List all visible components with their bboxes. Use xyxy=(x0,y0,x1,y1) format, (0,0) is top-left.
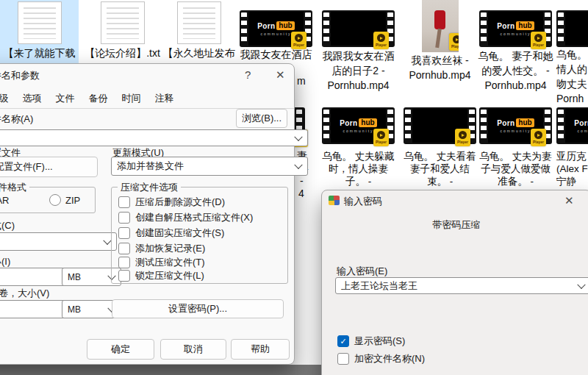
checkbox-icon xyxy=(118,212,130,224)
file-name: (Alex Fe xyxy=(553,162,588,175)
video-thumbnail: Pornhub community Player xyxy=(322,107,395,144)
file-tile[interactable]: 乌龟。 情人的 吻丈夫 Pornh xyxy=(553,0,588,103)
tab-backup[interactable]: 备份 xyxy=(82,89,115,108)
ok-button[interactable]: 确定 xyxy=(87,339,154,360)
file-name: Pornhub.mp4 xyxy=(319,78,398,93)
player-badge-icon: Player xyxy=(531,32,546,49)
checkbox-icon xyxy=(118,227,130,239)
archive-format-group-label: 压缩文件格式 xyxy=(0,181,29,194)
archive-name-combobox[interactable] xyxy=(0,129,308,146)
file-name: 的爱人性交。 - xyxy=(476,63,555,78)
checkbox-checked-icon: ✓ xyxy=(337,335,349,347)
split-volumes-label: 切分为卷，大小(V) xyxy=(0,287,49,300)
close-icon[interactable]: ✕ xyxy=(276,68,285,82)
file-tile[interactable]: Pornhub community Player 乌龟。 丈夫为妻 子与爱人做爱… xyxy=(476,107,555,190)
pornhub-logo: Pornhub xyxy=(340,118,376,127)
format-zip-radio[interactable]: ZIP xyxy=(49,194,80,206)
browse-button[interactable]: 浏览(B)... xyxy=(236,109,287,128)
video-thumbnail: Player xyxy=(404,107,476,144)
player-badge-icon: Player xyxy=(373,32,389,49)
winrar-icon xyxy=(329,196,340,205)
enter-password-label: 输入密码(E) xyxy=(337,265,387,278)
option-sfx-checkbox[interactable]: 创建自解压格式压缩文件(X) xyxy=(118,211,253,224)
file-name: 子与爱人做爱做 xyxy=(476,162,555,175)
video-thumbnail: Pornhub community xyxy=(556,107,588,144)
file-tile[interactable]: Pornhub community Player 乌龟。 丈夫躲藏 时，情人操妻… xyxy=(319,107,398,190)
video-thumbnail: Pornhub community Player xyxy=(479,107,552,144)
archive-format-group: 压缩文件格式 xyxy=(0,187,96,213)
pornhub-logo: Pornhub xyxy=(497,118,534,127)
player-badge-icon: Player xyxy=(373,129,389,146)
file-name: 我跟女友在酒店 xyxy=(237,47,315,62)
format-rar-radio[interactable]: RAR xyxy=(0,194,9,206)
file-name: 束。 - xyxy=(401,175,479,188)
chevron-down-icon xyxy=(294,132,302,140)
file-tile[interactable]: Pornhub community Player 乌龟。 妻子和她 的爱人性交。… xyxy=(476,0,555,103)
text-file-icon xyxy=(18,1,62,44)
checkbox-icon xyxy=(118,243,130,254)
encrypt-file-names-checkbox[interactable]: 加密文件名称(N) xyxy=(337,352,425,365)
file-name: Pornhub.mp4 xyxy=(401,68,479,82)
file-name: 宁静 xyxy=(553,175,588,188)
tab-advanced[interactable]: 高级 xyxy=(0,89,15,108)
file-name-fragment: - xyxy=(300,175,304,188)
checkbox-icon xyxy=(337,353,349,365)
file-tile[interactable]: Player 妻 事 - 4 xyxy=(291,107,318,190)
checkbox-icon xyxy=(118,270,130,282)
set-password-button[interactable]: 设置密码(P)... xyxy=(112,299,284,318)
text-file-icon xyxy=(177,1,221,44)
player-badge-icon: Player xyxy=(531,129,546,146)
tab-comment[interactable]: 注释 xyxy=(148,89,181,108)
file-name: 乌龟。 xyxy=(553,47,588,62)
file-name: 时，情人操妻 xyxy=(319,162,398,175)
file-name: Pornh xyxy=(553,91,588,106)
file-tile[interactable]: Pornhub community 亚历克 (Alex Fe 宁静 (Seren… xyxy=(553,107,588,190)
pornhub-logo: Pornhub xyxy=(497,21,534,30)
file-tile[interactable]: Player 我喜欢丝袜 - Pornhub.mp4 xyxy=(401,0,479,103)
option-test-checkbox[interactable]: 测试压缩文件(T) xyxy=(118,256,205,269)
file-name: 子。 - xyxy=(319,175,398,188)
file-name: 我喜欢丝袜 - xyxy=(401,53,479,68)
video-thumbnail xyxy=(556,10,588,47)
option-recovery-record-checkbox[interactable]: 添加恢复记录(E) xyxy=(118,242,205,255)
archive-dialog: 压缩文件名和参数 ? ✕ 常规 高级 选项 文件 备份 时间 注释 压缩文件名称… xyxy=(0,63,295,365)
dictionary-size-label: 字典大小(I) xyxy=(0,255,10,268)
password-value: 上老王论坛当老王 xyxy=(341,279,417,293)
option-solid-checkbox[interactable]: 创建固实压缩文件(S) xyxy=(118,226,224,240)
option-lock-checkbox[interactable]: 锁定压缩文件(L) xyxy=(118,269,204,282)
profiles-button[interactable]: 配置文件(F)... xyxy=(0,157,98,177)
file-name: 情人的 xyxy=(553,62,588,76)
show-password-checkbox[interactable]: ✓ 显示密码(S) xyxy=(337,335,405,348)
close-icon[interactable]: ✕ xyxy=(564,194,574,207)
file-name: 吻丈夫 xyxy=(553,76,588,91)
video-thumbnail: Pornhub community Player xyxy=(240,10,312,47)
file-name: 乌龟。 妻子和她 xyxy=(476,49,555,63)
video-thumbnail: Pornhub community Player xyxy=(479,10,552,47)
file-name: 【来了就能下载 xyxy=(0,46,79,60)
file-name: 乌龟。 丈夫看着 xyxy=(401,150,479,162)
video-thumbnail: Player xyxy=(322,10,395,47)
archiving-options-group-label: 压缩文件选项 xyxy=(118,181,181,194)
archive-name-label: 压缩文件名称(A) xyxy=(0,113,33,126)
player-badge-icon: Player xyxy=(449,33,459,51)
help-icon[interactable]: ? xyxy=(245,68,251,81)
file-tile[interactable]: Player 乌龟。 丈夫看着 妻子和爱人结 束。 - Pornhub.mp4 xyxy=(401,107,479,190)
file-name: 乌龟。 丈夫躲藏 xyxy=(319,150,398,162)
update-mode-select[interactable]: 添加并替换文件 xyxy=(111,157,308,176)
checkbox-icon xyxy=(118,196,130,208)
file-name-fragment: 4 xyxy=(298,188,304,200)
cancel-button[interactable]: 取消 xyxy=(160,339,226,360)
text-file-icon xyxy=(101,1,145,44)
file-name: 我跟我女友在酒 xyxy=(319,49,398,63)
compression-method-select[interactable] xyxy=(0,232,117,251)
help-button[interactable]: 帮助 xyxy=(231,339,290,360)
password-combobox[interactable]: 上老王论坛当老王 xyxy=(335,277,588,294)
option-delete-files-checkbox[interactable]: 压缩后删除源文件(D) xyxy=(118,196,225,209)
file-tile[interactable]: Player 我跟我女友在酒 店的日子2 - Pornhub.mp4 xyxy=(319,0,398,103)
pornhub-logo: Pornhub xyxy=(257,21,294,30)
compression-method-label: 压缩方式(C) xyxy=(0,219,15,232)
tab-files[interactable]: 文件 xyxy=(49,89,82,108)
tab-options[interactable]: 选项 xyxy=(15,89,49,108)
tab-time[interactable]: 时间 xyxy=(115,89,148,108)
file-name: 亚历克 xyxy=(553,150,588,162)
